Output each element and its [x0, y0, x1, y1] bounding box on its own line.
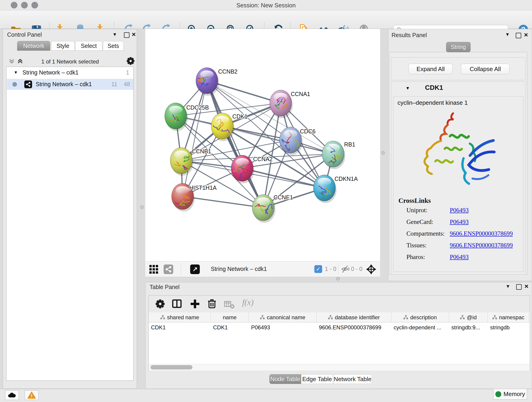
network-node-CCNE1[interactable]: [252, 195, 275, 223]
crosslinks-title: CrossLinks: [399, 197, 520, 204]
table-gear-icon[interactable]: [155, 299, 165, 309]
crosslink-link[interactable]: P06493: [450, 207, 469, 214]
node-label-CDKN1A: CDKN1A: [335, 176, 358, 182]
cloud-status-button[interactable]: [5, 390, 19, 400]
network-node-CCNA2[interactable]: [231, 155, 254, 183]
crosslink-row: Tissues:9606.ENSP00000378699: [399, 240, 520, 251]
column-header-canonical-name[interactable]: canonical name: [249, 313, 317, 322]
network-node-CDC25B[interactable]: [165, 103, 188, 131]
delete-table-icon[interactable]: [224, 299, 235, 309]
tab-select[interactable]: Select: [75, 41, 102, 51]
network-node-CCNB2[interactable]: [196, 68, 219, 96]
memory-button[interactable]: Memory: [493, 389, 527, 400]
collection-count: 1: [126, 69, 129, 76]
selected-checkbox[interactable]: ✓: [314, 265, 322, 273]
results-panel-menu-icon[interactable]: ▼: [505, 32, 510, 37]
horizontal-splitter-handle[interactable]: [336, 277, 340, 281]
birds-eye-icon[interactable]: [366, 264, 377, 275]
column-header-namespac[interactable]: namespac: [488, 313, 529, 322]
tab-node-table[interactable]: Node Table: [269, 374, 301, 384]
network-collection-row[interactable]: ▼ String Network – cdk1 1: [6, 69, 133, 77]
control-panel: Control Panel ▼ × NetworkStyleSelectSets…: [3, 29, 137, 389]
table-hscrollbar-thumb[interactable]: [151, 365, 192, 370]
grid-view-icon[interactable]: [149, 264, 158, 274]
vertical-splitter-handle[interactable]: [140, 205, 144, 209]
tab-sets[interactable]: Sets: [103, 41, 124, 51]
results-panel-close-icon[interactable]: ×: [524, 31, 528, 39]
svg-text:!: !: [31, 393, 32, 398]
tab-network-table[interactable]: Network Table: [333, 374, 372, 384]
crosslink-row: Pharos:P06493: [399, 251, 520, 263]
tab-edge-table[interactable]: Edge Table: [301, 374, 333, 384]
crosslink-link[interactable]: 9606.ENSP00000378699: [450, 242, 513, 249]
network-node-count: 11: [111, 81, 117, 88]
table-cell: P06493: [249, 322, 317, 332]
network-node-CCNB1[interactable]: [170, 148, 193, 177]
column-header-shared-name[interactable]: shared name: [149, 313, 211, 322]
table-header-row: shared namenamecanonical namedatabase id…: [149, 313, 530, 322]
table-cell: CDK1: [149, 322, 211, 332]
add-column-icon[interactable]: [190, 298, 201, 309]
table-row[interactable]: CDK1CDK1P064939606.ENSP00000378699cyclin…: [149, 322, 530, 332]
tree-collapse-icon[interactable]: ▼: [14, 70, 18, 75]
tab-network[interactable]: Network: [17, 41, 50, 51]
vertical-splitter-handle[interactable]: [381, 151, 385, 155]
current-network-title: String Network – cdk1: [211, 266, 267, 272]
network-node-CDK1[interactable]: [211, 113, 234, 141]
section-collapse-icon[interactable]: ▼: [405, 86, 410, 91]
column-header--id[interactable]: @id: [449, 313, 488, 322]
control-panel-float-icon[interactable]: [124, 32, 129, 38]
table-panel-menu-icon[interactable]: ▼: [506, 284, 510, 289]
node-label-CDC6: CDC6: [300, 128, 316, 134]
column-header-database-identifier[interactable]: database identifier: [317, 313, 391, 322]
network-node-CCNA1[interactable]: [270, 90, 293, 118]
table-cell: stringdb: [488, 322, 529, 332]
function-builder-icon[interactable]: f(x): [242, 298, 254, 307]
network-node-RB1[interactable]: [322, 141, 345, 169]
network-type-icon: [24, 80, 32, 88]
network-view-type-icon[interactable]: [164, 264, 173, 274]
section-title: CDK1: [425, 84, 443, 91]
crosslink-link[interactable]: P06493: [450, 218, 469, 225]
selected-counts: 1 - 0: [325, 266, 336, 272]
protein-structure-image[interactable]: [404, 109, 505, 193]
network-view-toolbar: ↗ String Network – cdk1 ✓ 1 - 0 0 - 0: [145, 261, 380, 277]
network-node-CDKN1A[interactable]: [313, 175, 336, 203]
node-label-RB1: RB1: [344, 141, 355, 148]
column-header-name[interactable]: name: [211, 313, 249, 322]
table-panel-float-icon[interactable]: [516, 284, 522, 290]
hierarchy-icon: [260, 315, 265, 320]
show-columns-icon[interactable]: [172, 298, 183, 309]
node-label-CCNA1: CCNA1: [291, 91, 310, 97]
delete-column-icon[interactable]: [206, 298, 217, 309]
cloud-icon: [7, 392, 17, 398]
network-edge-CCNB2-HIST1H1A[interactable]: [183, 81, 207, 196]
tab-style[interactable]: Style: [51, 41, 75, 51]
table-panel-close-icon[interactable]: ×: [525, 282, 529, 290]
warnings-button[interactable]: !: [25, 390, 38, 400]
control-panel-menu-icon[interactable]: ▼: [113, 32, 117, 37]
node-section: ▼ CDK1 cyclin–dependent kinase 1: [391, 81, 525, 274]
column-header-description[interactable]: description: [391, 313, 449, 322]
collapse-all-button[interactable]: Collapse All: [461, 64, 510, 74]
network-row-selected[interactable]: String Network – cdk1 11 48: [7, 79, 133, 90]
node-description: cyclin–dependent kinase 1: [398, 99, 468, 106]
table-panel: Table Panel ▼ ×: [145, 282, 532, 389]
footer-separator: [181, 263, 181, 275]
network-canvas[interactable]: CCNB2CCNA1CDC25BCDK1CDC6RB1CCNB1CCNA2CDK…: [145, 29, 380, 261]
tab-string[interactable]: String: [446, 42, 471, 52]
hidden-eye-slash-icon[interactable]: [341, 265, 350, 273]
expand-all-button[interactable]: Expand All: [409, 64, 453, 74]
open-in-window-icon[interactable]: ↗: [190, 264, 200, 274]
crosslink-link[interactable]: P06493: [450, 254, 469, 261]
network-list-gear-icon[interactable]: [126, 57, 135, 65]
collection-label: String Network – cdk1: [22, 69, 79, 76]
control-panel-close-icon[interactable]: ×: [132, 31, 136, 38]
node-label-CDK1: CDK1: [232, 113, 248, 120]
crosslink-link[interactable]: 9606.ENSP00000378699: [450, 230, 513, 237]
expand-collapse-box: Expand All Collapse All: [391, 57, 525, 80]
table-container: f(x) shared namenamecanonical namedataba…: [148, 295, 530, 370]
node-table: shared namenamecanonical namedatabase id…: [149, 313, 530, 364]
table-hscrollbar-track[interactable]: [149, 364, 530, 370]
results-panel-float-icon[interactable]: [516, 33, 521, 38]
